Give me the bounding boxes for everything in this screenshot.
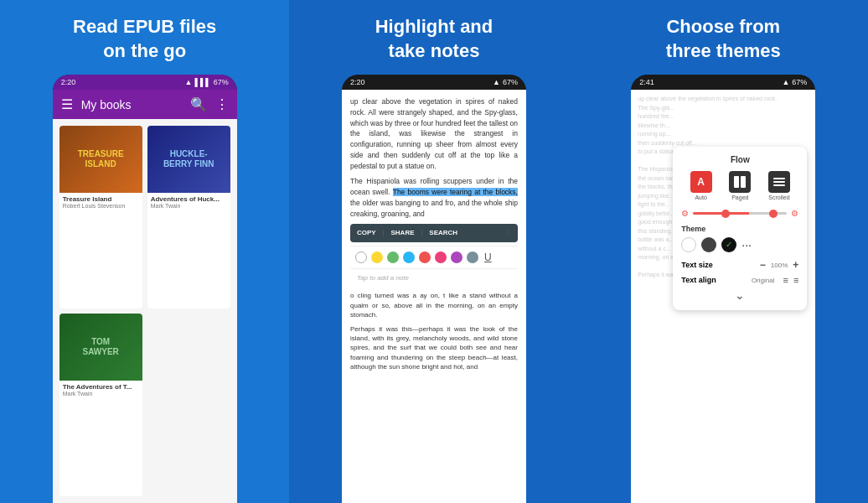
more-icon[interactable]: ⋮ <box>215 96 229 112</box>
book-info-3: The Adventures of T... Mark Twain <box>59 381 142 399</box>
status-time-2: 2:20 <box>350 78 365 86</box>
pink-color-dot[interactable] <box>435 252 447 263</box>
flow-options: A Auto Paged <box>681 171 798 200</box>
flow-option-scrolled[interactable]: Scrolled <box>768 171 790 200</box>
panel3-header-line2: three themes <box>666 40 781 61</box>
status-bar-1: 2:20 ▲ ▌▌▌ 67% <box>53 75 237 90</box>
wifi-icon: ▲ <box>185 78 193 86</box>
text-size-plus-button[interactable]: + <box>793 259 798 271</box>
text-size-row: Text size − 100% + <box>681 259 798 271</box>
reader-text-lower: o cling turned was a ay on, t like a sta… <box>350 291 518 371</box>
book-title-1: Treasure Island <box>63 195 139 203</box>
slider-thumb-left <box>721 210 730 218</box>
status-bar-3: 2:41 ▲ 67% <box>631 75 815 90</box>
book-title-3: The Adventures of T... <box>63 383 139 391</box>
menu-icon[interactable]: ☰ <box>61 96 73 112</box>
gear-icon-right: ⚙ <box>791 209 798 218</box>
status-time-3: 2:41 <box>639 78 654 86</box>
panel-read-epub: Read EPUB files on the go 2:20 ▲ ▌▌▌ 67%… <box>0 0 289 503</box>
panel-highlight: Highlight and take notes 2:20 ▲ 67% up c… <box>289 0 578 503</box>
blue-color-dot[interactable] <box>403 252 415 263</box>
battery-2: 67% <box>503 78 518 86</box>
text-size-minus-button[interactable]: − <box>760 259 766 271</box>
book-cover-3: TOMSAWYER <box>59 314 142 381</box>
wifi-icon-2: ▲ <box>493 78 500 86</box>
status-time-1: 2:20 <box>61 78 76 86</box>
reader-text: up clear above the vegetation in spires … <box>350 96 518 219</box>
phone-mockup-1: 2:20 ▲ ▌▌▌ 67% ☰ My books 🔍 ⋮ TREASUREIS… <box>53 75 237 503</box>
book-info-2: Adventures of Huck... Mark Twain <box>147 193 230 211</box>
app-bar-1: ☰ My books 🔍 ⋮ <box>53 90 237 119</box>
theme-light[interactable] <box>681 237 696 252</box>
yellow-color-dot[interactable] <box>371 252 383 263</box>
book-author-1: Robert Louis Stevenson <box>63 203 139 209</box>
circle-outline-icon[interactable] <box>355 252 367 263</box>
panel2-header-line2: take notes <box>389 40 480 61</box>
search-icon[interactable]: 🔍 <box>190 96 207 112</box>
align-left-icon[interactable]: ≡ <box>783 275 788 285</box>
book-item-2[interactable]: HUCKLE-BERRY FINN Adventures of Huck... … <box>147 126 230 309</box>
slider-thumb-right <box>769 210 778 218</box>
purple-color-dot[interactable] <box>451 252 462 263</box>
theme-label: Theme <box>681 225 798 233</box>
green-color-dot[interactable] <box>387 252 399 263</box>
phone-mockup-2: 2:20 ▲ 67% up clear above the vegetation… <box>342 75 526 503</box>
reader-content[interactable]: up clear above the vegetation in spires … <box>342 90 526 503</box>
align-right-icon[interactable]: ≡ <box>793 275 798 285</box>
book-title-2: Adventures of Huck... <box>151 195 227 203</box>
panel1-header-line1: Read EPUB files <box>73 16 216 37</box>
copy-button[interactable]: COPY <box>357 228 376 238</box>
search-button[interactable]: SEARCH <box>429 228 457 238</box>
reader-para-lower: o cling turned was a ay on, t like a sta… <box>350 291 518 319</box>
book-item-3[interactable]: TOMSAWYER The Adventures of T... Mark Tw… <box>59 314 142 496</box>
book-author-3: Mark Twain <box>63 391 139 397</box>
text-size-value: 100% <box>771 262 788 269</box>
panel1-header: Read EPUB files on the go <box>56 0 233 75</box>
battery-3: 67% <box>792 78 807 86</box>
panel3-header: Choose from three themes <box>649 0 798 75</box>
highlighted-text[interactable]: The booms were tearing at the blocks, <box>393 188 518 196</box>
highlight-popup: COPY | SHARE | SEARCH ⋮ <box>350 224 518 242</box>
underline-icon[interactable]: U <box>484 250 492 265</box>
status-icons-2: ▲ 67% <box>493 78 518 86</box>
flow-option-paged[interactable]: Paged <box>729 171 751 200</box>
more-themes-icon[interactable]: ··· <box>741 238 752 252</box>
panel2-header-line1: Highlight and <box>375 16 493 37</box>
red-color-dot[interactable] <box>419 252 431 263</box>
slider-row: ⚙ ⚙ <box>681 209 798 218</box>
text-align-label: Text align <box>681 276 747 284</box>
battery-1: 67% <box>214 78 229 86</box>
book-author-2: Mark Twain <box>151 203 227 209</box>
theme-dark[interactable] <box>701 237 716 252</box>
grey-color-dot[interactable] <box>467 252 478 263</box>
scrolled-icon <box>768 171 790 193</box>
chevron-down[interactable]: ⌄ <box>681 288 798 302</box>
text-align-row: Text align Original ≡ ≡ <box>681 275 798 285</box>
reader-para-2: The Hispaniola was rolling scuppers unde… <box>350 176 518 219</box>
appbar-title: My books <box>81 98 182 111</box>
panel3-header-line1: Choose from <box>666 16 780 37</box>
book-cover-1: TREASUREISLAND <box>59 126 142 193</box>
signal-icon: ▌▌▌ <box>195 78 211 86</box>
status-bar-2: 2:20 ▲ 67% <box>342 75 526 90</box>
status-icons-3: ▲ 67% <box>782 78 807 86</box>
theme-circles: ✓ ··· <box>681 237 798 252</box>
flow-option-auto[interactable]: A Auto <box>690 171 712 200</box>
color-bar: U <box>350 246 518 268</box>
reader-para-1: up clear above the vegetation in spires … <box>350 96 518 171</box>
books-grid: TREASUREISLAND Treasure Island Robert Lo… <box>53 119 237 503</box>
phone-mockup-3: 2:41 ▲ 67% up clear above the vegetation… <box>631 75 815 503</box>
book-cover-2: HUCKLE-BERRY FINN <box>147 126 230 193</box>
panel1-header-line2: on the go <box>103 40 186 61</box>
note-input[interactable]: Tap to add a note <box>350 268 518 288</box>
slider-track[interactable] <box>693 212 787 215</box>
auto-icon: A <box>690 171 712 193</box>
gear-icon-left: ⚙ <box>681 209 689 218</box>
share-button[interactable]: SHARE <box>390 228 414 238</box>
panel-themes: Choose from three themes 2:41 ▲ 67% up c… <box>579 0 868 503</box>
theme-black[interactable]: ✓ <box>721 237 736 252</box>
book-info-1: Treasure Island Robert Louis Stevenson <box>59 193 142 211</box>
text-size-label: Text size <box>681 261 755 269</box>
panel2-header: Highlight and take notes <box>359 0 510 75</box>
book-item-1[interactable]: TREASUREISLAND Treasure Island Robert Lo… <box>59 126 142 309</box>
